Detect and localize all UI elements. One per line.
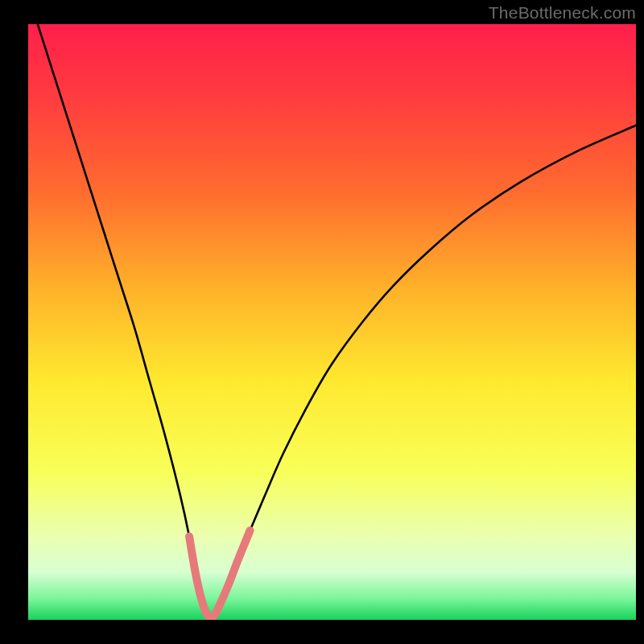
gradient-background (28, 24, 636, 620)
bottleneck-chart (0, 0, 644, 644)
chart-frame: TheBottleneck.com (0, 0, 644, 644)
watermark-text: TheBottleneck.com (489, 3, 636, 23)
